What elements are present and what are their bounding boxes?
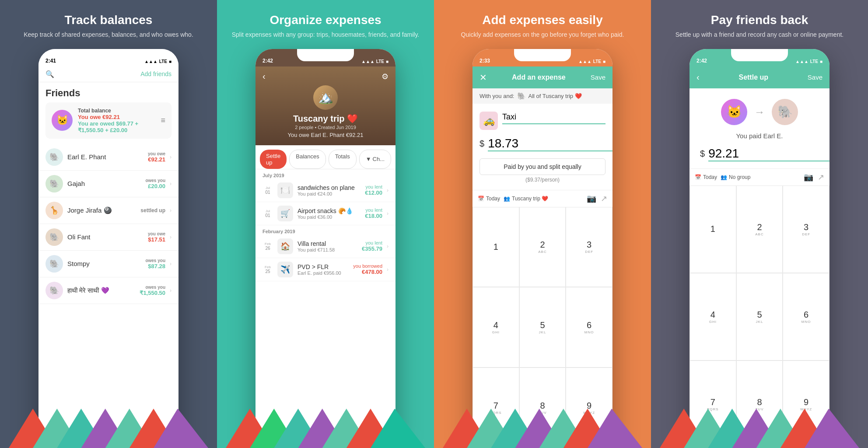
share-icon[interactable]: ↗ <box>601 194 607 203</box>
numpad-letters: GHI <box>709 320 717 324</box>
chevron-icon: › <box>387 266 388 273</box>
numpad-4[interactable]: 4 GHI <box>690 273 736 360</box>
friend-avatar-settle: 🐘 <box>772 99 798 125</box>
friend-item-earl[interactable]: 🐘 Earl E. Phant you owe €92.21 › <box>38 144 178 171</box>
numpad-1[interactable]: 1 <box>690 186 736 273</box>
back-button[interactable]: ‹ <box>262 71 266 81</box>
camera-icon[interactable]: 📷 <box>804 172 813 182</box>
numpad-3[interactable]: 3 DEF <box>783 186 830 273</box>
friend-item-oli[interactable]: 🐘 Oli Fant you owe $17.51 › <box>38 224 178 251</box>
phone2-status-icons: ▲▲▲ LTE ■ <box>361 59 388 64</box>
save-button[interactable]: Save <box>808 74 822 81</box>
gear-icon[interactable]: ⚙ <box>382 72 388 81</box>
panel3-subtitle: Quickly add expenses on the go before yo… <box>461 31 624 39</box>
add-expense-header: ✕ Add an expense Save <box>472 66 612 88</box>
phone2-notch <box>297 49 354 61</box>
friend-avatar-oli: 🐘 <box>46 228 63 246</box>
calendar-icon: 📅 <box>695 174 701 180</box>
friend-balance-earl: you owe €92.21 <box>148 151 165 163</box>
user-avatar: 🐱 <box>52 110 73 131</box>
currency-symbol: $ <box>700 149 705 159</box>
expense-villa[interactable]: Feb 26 🏠 Villa rental You paid €711.58 y… <box>256 235 396 258</box>
numpad-letters: ABC <box>538 250 546 254</box>
date-label: Today <box>486 196 500 202</box>
friends-list: 🐘 Earl E. Phant you owe €92.21 › 🐘 Gajah… <box>38 144 178 304</box>
tab-charts[interactable]: ▼ Ch... <box>359 150 391 169</box>
numpad-letters: MNO <box>802 320 811 324</box>
tab-balances[interactable]: Balances <box>289 150 326 169</box>
expense-airport-snacks[interactable]: Jul 01 🛒 Airport snacks 🥐💧 You paid €36.… <box>256 202 396 225</box>
save-button[interactable]: Save <box>591 74 606 81</box>
numpad-digit: 2 <box>540 240 545 250</box>
share-icon[interactable]: ↗ <box>818 172 824 182</box>
friend-item-haathi[interactable]: 🐘 हाथी मेरे साथी 💜 owes you ₹1,550.50 › <box>38 277 178 304</box>
chevron-icon: › <box>170 181 172 187</box>
filter-icon[interactable]: ≡ <box>161 116 165 125</box>
panel3-title: Add expenses easily <box>482 13 602 27</box>
expense-euro: €18.00 <box>365 213 382 219</box>
tab-totals[interactable]: Totals <box>329 150 357 169</box>
numpad-letters: JKL <box>539 330 546 334</box>
phone4: 2:42 ▲▲▲ LTE ■ ‹ Settle up Save 🐱 → 🐘 Yo… <box>690 49 830 448</box>
expense-euro: €12.00 <box>365 189 382 196</box>
group-header: ‹ ⚙ 🏔️ Tuscany trip ❤️ 2 people • Create… <box>256 66 396 145</box>
expense-paid: You paid €711.58 <box>298 247 357 252</box>
numpad-4[interactable]: 4 GHI <box>472 287 519 368</box>
settle-amount-input[interactable] <box>708 147 830 161</box>
chevron-icon: › <box>170 154 172 160</box>
date-item[interactable]: 📅 Today <box>695 172 717 182</box>
numpad-2[interactable]: 2 ABC <box>519 207 566 287</box>
friend-item-jorge[interactable]: 🦒 Jorge Jirafa 🎱 settled up › <box>38 197 178 224</box>
date-item[interactable]: 📅 Today <box>478 194 500 203</box>
expense-name: Villa rental <box>298 240 357 247</box>
camera-icon[interactable]: 📷 <box>587 194 596 203</box>
numpad-digit: 6 <box>804 310 808 320</box>
numpad-3[interactable]: 3 DEF <box>566 207 612 287</box>
split-sub: ($9.37/person) <box>480 177 606 183</box>
numpad-digit: 1 <box>710 224 715 234</box>
add-friends-button[interactable]: Add friends <box>140 70 172 77</box>
expense-amount: you lent €12.00 <box>365 184 382 196</box>
add-expense-title: Add an expense <box>487 74 591 81</box>
bottom-triangles-1 <box>9 409 208 448</box>
phone4-notch <box>731 49 788 61</box>
friend-balance-stompy: owes you $87.28 <box>145 258 165 270</box>
numpad-digit: 6 <box>587 320 592 330</box>
expense-amount: you lent €18.00 <box>365 207 382 219</box>
tab-settle-up[interactable]: Settle up <box>260 150 287 169</box>
chevron-icon: › <box>387 210 388 217</box>
expense-icon: 🍽️ <box>277 182 293 198</box>
friend-balance-gajah: owes you £20.00 <box>145 178 165 189</box>
lte-icon: LTE <box>159 59 167 64</box>
you-paid-label: You paid Earl E. <box>690 132 830 140</box>
numpad-digit: 7 <box>710 397 715 407</box>
expense-category-icon[interactable]: 🚕 <box>480 112 498 130</box>
group-label[interactable]: All of Tuscany trip ❤️ <box>528 93 582 99</box>
expense-date: Jul 01 <box>262 186 273 195</box>
group-item[interactable]: 👥 Tuscany trip ❤️ <box>504 194 548 203</box>
close-button[interactable]: ✕ <box>480 72 487 83</box>
numpad-6[interactable]: 6 MNO <box>783 273 830 360</box>
group-header-nav: ‹ ⚙ <box>256 66 396 84</box>
numpad-digit: 8 <box>757 397 762 407</box>
back-button[interactable]: ‹ <box>696 72 700 82</box>
numpad-6[interactable]: 6 MNO <box>566 287 612 368</box>
expense-date: Feb 25 <box>262 265 273 274</box>
numpad-2[interactable]: 2 ABC <box>736 186 783 273</box>
amount-input[interactable] <box>488 136 612 151</box>
phone1-notch <box>80 49 137 61</box>
expense-name-input[interactable] <box>502 111 606 124</box>
numpad-1[interactable]: 1 <box>472 207 519 287</box>
split-button[interactable]: Paid by you and split equally <box>480 158 606 175</box>
numpad-5[interactable]: 5 JKL <box>736 273 783 360</box>
group-item[interactable]: 👥 No group <box>721 172 750 182</box>
group-tabs: Settle up Balances Totals ▼ Ch... <box>256 145 396 169</box>
battery-icon: ■ <box>820 59 822 64</box>
panel4-title: Pay friends back <box>711 13 808 27</box>
numpad-5[interactable]: 5 JKL <box>519 287 566 368</box>
friend-item-stompy[interactable]: 🐘 Stompy owes you $87.28 › <box>38 251 178 277</box>
balance-info: Total balance You owe €92.21 You are owe… <box>78 108 155 133</box>
expense-pvd-flr[interactable]: Feb 25 ✈️ PVD > FLR Earl E. paid €956.00… <box>256 258 396 281</box>
friend-item-gajah[interactable]: 🐘 Gajah owes you £20.00 › <box>38 171 178 197</box>
expense-sandwiches[interactable]: Jul 01 🍽️ sandwiches on plane You paid €… <box>256 179 396 202</box>
